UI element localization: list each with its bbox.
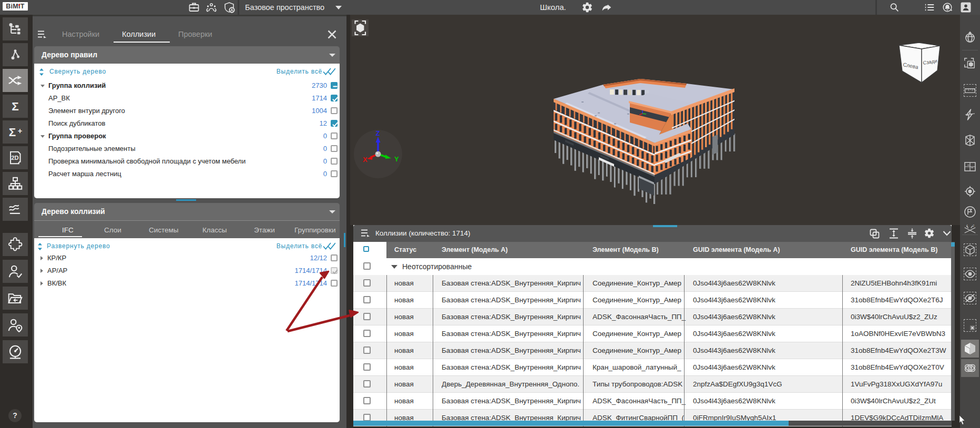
svg-text:2: 2 [973,224,974,227]
svg-text:Z: Z [376,129,380,137]
svg-text:Σ: Σ [12,100,18,113]
svg-text:2D: 2D [11,155,18,161]
svg-text:X: X [363,156,368,164]
svg-text:1: 1 [966,224,968,227]
svg-text:Y: Y [394,155,399,163]
svg-text:+: + [18,127,23,135]
svg-text:Σ: Σ [9,126,16,139]
